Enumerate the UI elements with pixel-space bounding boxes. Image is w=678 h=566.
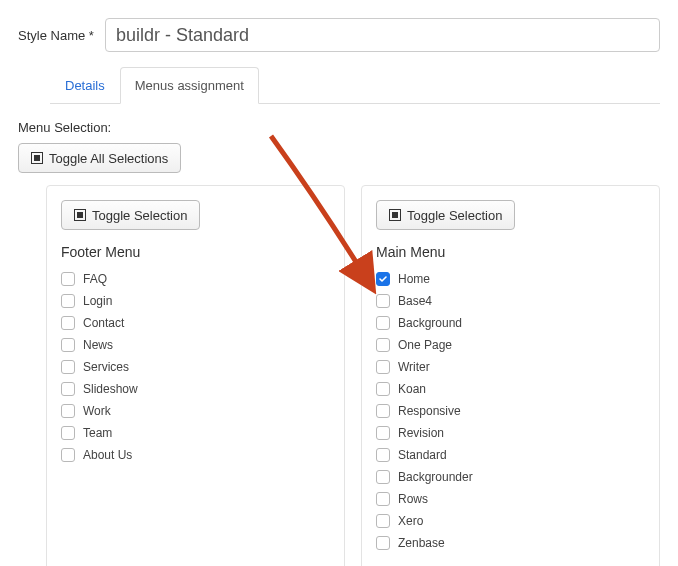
list-item: Login xyxy=(61,294,330,308)
style-name-label: Style Name * xyxy=(18,28,105,43)
toggle-selection-button-footer[interactable]: Toggle Selection xyxy=(61,200,200,230)
list-item: Background xyxy=(376,316,645,330)
list-item-label: One Page xyxy=(398,338,452,352)
style-name-input[interactable] xyxy=(105,18,660,52)
svg-rect-5 xyxy=(392,212,398,218)
checkbox[interactable] xyxy=(376,404,390,418)
list-item: Slideshow xyxy=(61,382,330,396)
checkbox[interactable] xyxy=(376,536,390,550)
list-item-label: Team xyxy=(83,426,112,440)
tabs: Details Menus assignment xyxy=(50,66,660,104)
list-item-label: Backgrounder xyxy=(398,470,473,484)
list-item: About Us xyxy=(61,448,330,462)
checkbox[interactable] xyxy=(376,316,390,330)
checkbox[interactable] xyxy=(376,272,390,286)
checkbox[interactable] xyxy=(61,316,75,330)
checkbox[interactable] xyxy=(61,338,75,352)
checkbox[interactable] xyxy=(61,448,75,462)
tab-menus-assignment[interactable]: Menus assignment xyxy=(120,67,259,104)
checkbox[interactable] xyxy=(376,426,390,440)
list-item: Revision xyxy=(376,426,645,440)
list-item-label: Zenbase xyxy=(398,536,445,550)
list-item-label: About Us xyxy=(83,448,132,462)
list-item-label: Background xyxy=(398,316,462,330)
checkbox[interactable] xyxy=(376,448,390,462)
list-item-label: Revision xyxy=(398,426,444,440)
checkbox[interactable] xyxy=(61,272,75,286)
main-menu-panel: Toggle Selection Main Menu HomeBase4Back… xyxy=(361,185,660,566)
checkbox-indeterminate-icon xyxy=(389,209,401,221)
list-item-label: Work xyxy=(83,404,111,418)
toggle-all-selections-button[interactable]: Toggle All Selections xyxy=(18,143,181,173)
footer-menu-title: Footer Menu xyxy=(61,244,330,260)
list-item: Standard xyxy=(376,448,645,462)
list-item: Responsive xyxy=(376,404,645,418)
toggle-selection-button-main[interactable]: Toggle Selection xyxy=(376,200,515,230)
list-item: FAQ xyxy=(61,272,330,286)
footer-menu-panel: Toggle Selection Footer Menu FAQLoginCon… xyxy=(46,185,345,566)
list-item-label: Contact xyxy=(83,316,124,330)
checkbox[interactable] xyxy=(376,338,390,352)
menu-selection-heading: Menu Selection: xyxy=(18,120,660,135)
list-item: Backgrounder xyxy=(376,470,645,484)
list-item: Home xyxy=(376,272,645,286)
list-item: Base4 xyxy=(376,294,645,308)
list-item: Writer xyxy=(376,360,645,374)
list-item: Rows xyxy=(376,492,645,506)
checkbox[interactable] xyxy=(376,360,390,374)
list-item-label: Standard xyxy=(398,448,447,462)
list-item-label: Writer xyxy=(398,360,430,374)
list-item-label: FAQ xyxy=(83,272,107,286)
checkbox[interactable] xyxy=(61,360,75,374)
list-item: News xyxy=(61,338,330,352)
list-item-label: Koan xyxy=(398,382,426,396)
list-item-label: Base4 xyxy=(398,294,432,308)
toggle-all-label: Toggle All Selections xyxy=(49,151,168,166)
list-item-label: Responsive xyxy=(398,404,461,418)
svg-rect-1 xyxy=(34,155,40,161)
list-item-label: Rows xyxy=(398,492,428,506)
list-item: Work xyxy=(61,404,330,418)
checkbox[interactable] xyxy=(61,426,75,440)
toggle-selection-label: Toggle Selection xyxy=(92,208,187,223)
svg-rect-3 xyxy=(77,212,83,218)
toggle-selection-label: Toggle Selection xyxy=(407,208,502,223)
checkbox[interactable] xyxy=(61,404,75,418)
list-item-label: Services xyxy=(83,360,129,374)
list-item-label: News xyxy=(83,338,113,352)
list-item: Xero xyxy=(376,514,645,528)
list-item: Services xyxy=(61,360,330,374)
checkbox-indeterminate-icon xyxy=(31,152,43,164)
checkbox[interactable] xyxy=(376,294,390,308)
checkbox[interactable] xyxy=(376,382,390,396)
list-item: Contact xyxy=(61,316,330,330)
checkbox-indeterminate-icon xyxy=(74,209,86,221)
list-item-label: Xero xyxy=(398,514,423,528)
list-item-label: Home xyxy=(398,272,430,286)
list-item-label: Slideshow xyxy=(83,382,138,396)
list-item: One Page xyxy=(376,338,645,352)
list-item: Koan xyxy=(376,382,645,396)
list-item: Team xyxy=(61,426,330,440)
main-menu-title: Main Menu xyxy=(376,244,645,260)
checkbox[interactable] xyxy=(376,514,390,528)
checkbox[interactable] xyxy=(61,294,75,308)
tab-details[interactable]: Details xyxy=(50,67,120,104)
checkbox[interactable] xyxy=(376,470,390,484)
list-item-label: Login xyxy=(83,294,112,308)
checkbox[interactable] xyxy=(376,492,390,506)
checkbox[interactable] xyxy=(61,382,75,396)
list-item: Zenbase xyxy=(376,536,645,550)
